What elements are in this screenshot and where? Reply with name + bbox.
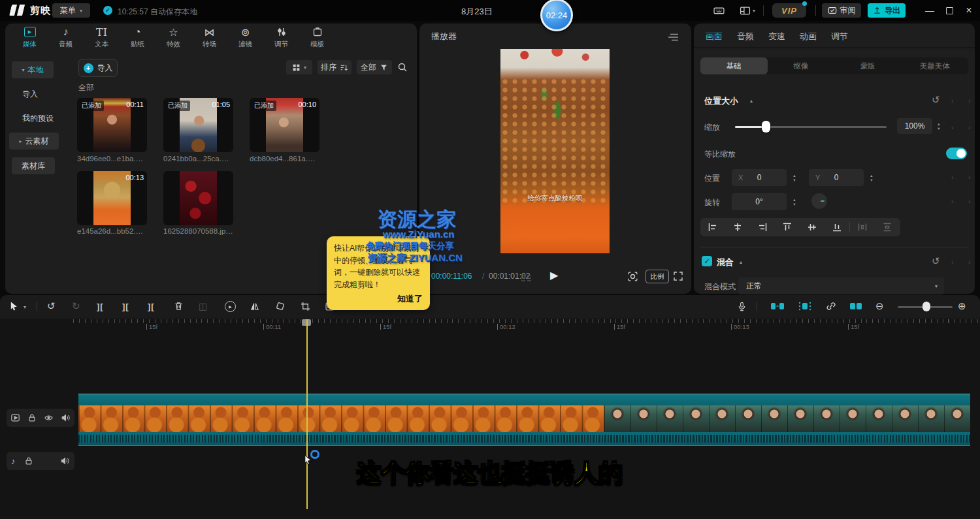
keyframe-next-icon[interactable]: › — [968, 173, 971, 181]
subtab-cutout[interactable]: 抠像 — [768, 57, 835, 74]
blend-checkbox[interactable]: ✓ — [702, 256, 712, 266]
media-card[interactable]: 已添加 00:10 — [250, 98, 319, 152]
crop-button[interactable] — [301, 300, 310, 312]
video-clip[interactable] — [78, 394, 970, 446]
undo-button[interactable]: ↺ — [47, 300, 56, 312]
split-right-button[interactable]: ][ — [148, 300, 155, 312]
keyframe-prev-icon[interactable]: ‹ — [951, 173, 954, 181]
timeline-ruler[interactable] — [73, 319, 980, 323]
align-bottom-button[interactable] — [825, 223, 849, 232]
record-voiceover-button[interactable] — [737, 300, 747, 312]
chevron-down-icon[interactable]: ▾ — [753, 8, 755, 14]
speaker-icon[interactable] — [61, 413, 71, 422]
position-x-field[interactable]: X 0 — [732, 169, 787, 186]
tab-transitions[interactable]: ⋈转场 — [191, 26, 227, 52]
keyframe-next-icon[interactable]: › — [968, 123, 971, 131]
tab-sticker[interactable]: ◔贴纸 — [120, 26, 155, 52]
export-button[interactable]: 导出 — [868, 3, 906, 18]
tab-effects[interactable]: ☆特效 — [155, 26, 191, 52]
eye-icon[interactable] — [44, 413, 54, 422]
fullscreen-button[interactable] — [673, 270, 683, 282]
rotate-button[interactable] — [275, 300, 286, 312]
tab-templates[interactable]: 模板 — [299, 26, 335, 52]
ratio-button[interactable]: 比例 — [645, 270, 669, 283]
filter-button[interactable]: 全部 — [357, 60, 392, 74]
align-right-button[interactable] — [750, 223, 775, 232]
menu-button[interactable]: 菜单▾ — [52, 3, 90, 18]
media-card[interactable] — [163, 171, 233, 225]
shortcut-keyboard-button[interactable] — [713, 5, 725, 16]
sidebar-item-library[interactable]: 素材库 — [12, 157, 55, 174]
import-button[interactable]: +导入 — [78, 59, 118, 77]
align-center-vertical-button[interactable] — [800, 223, 825, 232]
auto-snap-button[interactable] — [797, 300, 813, 312]
sidebar-item-cloud[interactable]: ▸云素材 — [9, 133, 59, 149]
keyframe-prev-icon[interactable]: ‹ — [951, 123, 954, 131]
minimize-button[interactable]: — — [921, 3, 938, 18]
keyframe-next-icon[interactable]: › — [968, 197, 971, 205]
timeline-area[interactable]: 15f 00:11 15f 00:12 15f 00:13 15f ♪ 这个你看… — [0, 319, 980, 519]
collapse-icon[interactable]: ▴ — [740, 259, 742, 265]
subtab-beauty[interactable]: 美颜美体 — [902, 57, 969, 74]
magnetic-snap-button[interactable] — [770, 300, 785, 312]
focus-preview-button[interactable] — [627, 270, 638, 282]
tab-adjust[interactable]: 调节 — [263, 26, 299, 52]
scale-value-field[interactable]: 100% — [897, 118, 932, 134]
lock-icon[interactable] — [27, 413, 37, 422]
blend-mode-dropdown[interactable]: 正常 ▾ — [738, 277, 944, 294]
sort-button[interactable]: 排序 — [318, 60, 351, 74]
player-menu-button[interactable] — [668, 31, 679, 43]
vip-badge[interactable]: VIP — [772, 3, 806, 18]
distribute-horizontal-button[interactable] — [850, 223, 875, 232]
speaker-icon[interactable] — [60, 456, 70, 465]
chevron-down-icon[interactable]: ▾ — [24, 304, 26, 310]
tab-media[interactable]: ▶媒体 — [12, 26, 48, 52]
keyframe-next-icon[interactable]: › — [968, 97, 971, 104]
collapse-icon[interactable]: ▴ — [750, 98, 753, 104]
scale-slider-handle[interactable] — [762, 121, 770, 133]
playhead-line[interactable] — [306, 319, 308, 509]
tab-audio[interactable]: ♪音频 — [48, 26, 84, 52]
player-preview[interactable]: 给你寄点酸辣粉呗 — [500, 49, 610, 253]
rotate-field[interactable]: 0° — [732, 193, 787, 210]
split-left-button[interactable]: ][ — [122, 300, 129, 312]
position-y-field[interactable]: Y 0 — [809, 169, 864, 186]
keyframe-next-icon[interactable]: › — [968, 258, 971, 266]
scale-stepper[interactable]: ▴▾ — [935, 121, 943, 131]
play-button[interactable]: ▶ — [550, 269, 558, 281]
sidebar-item-local[interactable]: ▾本地 — [12, 61, 54, 78]
align-top-button[interactable] — [775, 223, 800, 232]
subtab-mask[interactable]: 蒙版 — [834, 57, 902, 74]
distribute-vertical-button[interactable] — [875, 223, 900, 232]
search-button[interactable] — [397, 61, 408, 73]
inspector-tab-animation[interactable]: 动画 — [800, 31, 817, 42]
keyframe-prev-icon[interactable]: ‹ — [951, 258, 954, 266]
mirror-button[interactable] — [250, 300, 260, 312]
align-left-button[interactable] — [700, 223, 725, 232]
timeline-zoom-handle[interactable] — [923, 302, 930, 311]
inspector-tab-picture[interactable]: 画面 — [706, 31, 723, 42]
zoom-out-button[interactable]: ⊖ — [875, 300, 884, 312]
review-button[interactable]: 审阅 — [822, 3, 861, 18]
delete-button[interactable] — [174, 300, 184, 312]
reset-transform-button[interactable]: ↺ — [932, 94, 940, 106]
position-y-stepper[interactable]: ▴▾ — [868, 173, 875, 182]
sidebar-item-import[interactable]: 导入 — [22, 89, 38, 100]
uniform-scale-toggle[interactable] — [946, 148, 967, 159]
lock-icon[interactable] — [24, 456, 33, 465]
rotate-stepper[interactable]: ▴▾ — [791, 197, 798, 206]
keyframe-prev-icon[interactable]: ‹ — [951, 197, 954, 205]
rotate-knob[interactable] — [811, 193, 827, 209]
preview-quality-button[interactable] — [521, 272, 532, 284]
media-card[interactable]: 已添加 00:11 — [77, 98, 147, 152]
zoom-in-button[interactable]: ⊕ — [958, 300, 966, 312]
tooltip-ok-button[interactable]: 知道了 — [334, 293, 423, 305]
split-button[interactable]: ][ — [97, 300, 104, 312]
media-card[interactable]: 00:13 — [77, 171, 147, 225]
inspector-tab-audio[interactable]: 音频 — [737, 31, 754, 42]
subtab-basic[interactable]: 基础 — [700, 57, 768, 74]
inspector-tab-speed[interactable]: 变速 — [768, 31, 785, 42]
freeze-frame-button[interactable]: ◫ — [199, 300, 207, 312]
restore-button[interactable] — [941, 3, 958, 18]
tab-text[interactable]: TI文本 — [84, 26, 120, 52]
